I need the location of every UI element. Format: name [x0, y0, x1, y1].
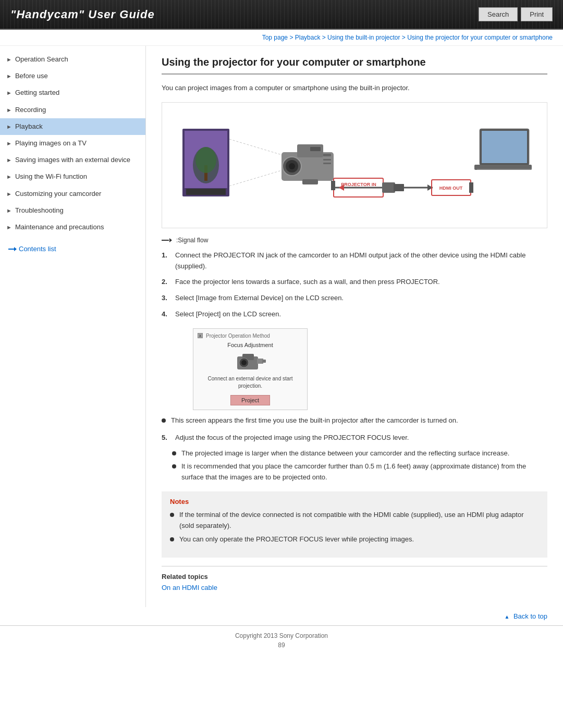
steps-list: 1. Connect the PROJECTOR IN jack of the … — [162, 250, 547, 320]
sidebar-label-recording: Recording — [15, 105, 137, 115]
sidebar-label-troubleshooting: Troubleshooting — [15, 206, 137, 215]
sidebar-arrow-icon: ► — [6, 207, 12, 215]
diagram-container: PROJECTOR IN HDMI OUT — [162, 102, 547, 228]
signal-flow-label: :Signal flow — [176, 237, 208, 244]
step-2: 2. Face the projector lens towards a sur… — [162, 277, 547, 288]
step-5: 5. Adjust the focus of the projected ima… — [162, 433, 547, 443]
sidebar-label-customizing: Customizing your camcorder — [15, 189, 137, 199]
sidebar-item-customizing[interactable]: ► Customizing your camcorder — [0, 186, 145, 202]
sidebar-arrow-icon: ► — [6, 156, 12, 164]
related-topics-title: Related topics — [162, 573, 547, 581]
step-3: 3. Select [Image from External Device] o… — [162, 293, 547, 304]
print-button[interactable]: Print — [521, 7, 553, 21]
sidebar-label-getting-started: Getting started — [15, 88, 137, 97]
step-1-text: Connect the PROJECTOR IN jack of the cam… — [175, 250, 547, 272]
bullet-icon — [162, 418, 166, 423]
sidebar-item-wifi[interactable]: ► Using the Wi-Fi function — [0, 168, 145, 185]
sidebar-arrow-icon: ► — [6, 106, 12, 114]
step-4-number: 4. — [162, 309, 172, 320]
notes-title: Notes — [170, 498, 539, 505]
bullet-icon — [172, 464, 176, 468]
sidebar-label-playing-images: Playing images on a TV — [15, 139, 137, 148]
screenshot-box: x Projector Operation Method Focus Adjus… — [193, 328, 308, 410]
page-title: Using the projector for your computer or… — [162, 56, 547, 75]
svg-line-6 — [229, 139, 282, 155]
breadcrumb-playback[interactable]: Playback — [295, 34, 321, 41]
sidebar-item-maintenance[interactable]: ► Maintenance and precautions — [0, 219, 145, 236]
svg-rect-41 — [262, 360, 266, 363]
bullet-icon — [170, 513, 174, 517]
step4-note-item: This screen appears the first time you u… — [162, 415, 547, 426]
step-4: 4. Select [Project] on the LCD screen. — [162, 309, 547, 320]
sidebar-label-operation-search: Operation Search — [15, 55, 137, 64]
breadcrumb-top[interactable]: Top page — [262, 34, 288, 41]
screenshot-description: Connect an external device and start pro… — [198, 375, 303, 390]
sidebar-label-saving-images: Saving images with an external device — [15, 155, 137, 165]
step4-note-list: This screen appears the first time you u… — [162, 415, 547, 426]
signal-flow: :Signal flow — [162, 237, 547, 244]
back-to-top-link[interactable]: ▲ Back to top — [504, 612, 547, 620]
step-3-number: 3. — [162, 293, 172, 304]
contents-list-link[interactable]: Contents list — [0, 240, 145, 258]
svg-rect-15 — [323, 154, 331, 156]
screenshot-focus-label: Focus Adjustment — [198, 342, 303, 348]
sidebar-label-playback: Playback — [15, 122, 137, 131]
diagram-svg: PROJECTOR IN HDMI OUT — [177, 113, 532, 217]
sidebar-item-playback[interactable]: ► Playback — [0, 118, 145, 135]
notes-list: If the terminal of the device connected … — [170, 510, 539, 545]
svg-rect-17 — [323, 163, 331, 164]
svg-rect-31 — [482, 131, 527, 163]
sidebar-item-operation-search[interactable]: ► Operation Search — [0, 51, 145, 68]
sidebar-item-saving-images[interactable]: ► Saving images with an external device — [0, 152, 145, 168]
sidebar-item-playing-images[interactable]: ► Playing images on a TV — [0, 135, 145, 152]
step-5-number: 5. — [162, 433, 172, 443]
svg-point-39 — [241, 360, 247, 365]
sidebar-label-wifi: Using the Wi-Fi function — [15, 172, 137, 181]
sidebar-arrow-icon: ► — [6, 56, 12, 64]
sidebar: ► Operation Search ► Before use ► Gettin… — [0, 46, 146, 607]
sidebar-arrow-icon: ► — [6, 89, 12, 97]
notes-item-1: If the terminal of the device connected … — [170, 510, 539, 532]
breadcrumb-current[interactable]: Using the projector for your computer or… — [407, 34, 553, 41]
app-title: "Handycam" User Guide — [10, 8, 155, 21]
sidebar-arrow-icon: ► — [6, 72, 12, 80]
step-1-number: 1. — [162, 250, 172, 261]
sidebar-arrow-icon: ► — [6, 224, 12, 231]
sidebar-item-troubleshooting[interactable]: ► Troubleshooting — [0, 202, 145, 219]
footer-copyright: Copyright 2013 Sony Corporation — [6, 632, 557, 639]
breadcrumb: Top page > Playback > Using the built-in… — [0, 30, 563, 46]
screenshot-titlebar: x Projector Operation Method — [198, 333, 303, 339]
step5-bullet-2: It is recommended that you place the cam… — [172, 461, 547, 483]
screenshot-project-button: Project — [230, 395, 270, 405]
step-2-text: Face the projector lens towards a surfac… — [175, 277, 440, 288]
svg-text:HDMI OUT: HDMI OUT — [439, 186, 463, 191]
step-1: 1. Connect the PROJECTOR IN jack of the … — [162, 250, 547, 272]
close-icon: x — [198, 333, 203, 338]
svg-text:PROJECTOR IN: PROJECTOR IN — [341, 182, 376, 187]
svg-rect-23 — [382, 182, 395, 193]
notes-item-2-text: You can only operate the PROJECTOR FOCUS… — [179, 534, 414, 545]
sidebar-arrow-icon: ► — [6, 190, 12, 198]
related-topics: Related topics On an HDMI cable — [162, 566, 547, 591]
header-buttons: Search Print — [479, 7, 553, 21]
back-to-top: ▲ Back to top — [0, 607, 563, 625]
back-to-top-label: Back to top — [513, 612, 547, 620]
notes-item-2: You can only operate the PROJECTOR FOCUS… — [170, 534, 539, 545]
svg-rect-20 — [331, 181, 335, 190]
notes-item-1-text: If the terminal of the device connected … — [179, 510, 539, 532]
sidebar-item-getting-started[interactable]: ► Getting started — [0, 84, 145, 101]
sidebar-label-before-use: Before use — [15, 71, 137, 81]
contents-list-label: Contents list — [19, 245, 56, 253]
sidebar-item-before-use[interactable]: ► Before use — [0, 68, 145, 84]
step5-bullet-1: The projected image is larger when the d… — [172, 448, 547, 459]
svg-line-7 — [229, 170, 282, 186]
step-3-text: Select [Image from External Device] on t… — [175, 293, 344, 304]
search-button[interactable]: Search — [479, 7, 518, 21]
breadcrumb-projector[interactable]: Using the built-in projector — [327, 34, 400, 41]
svg-rect-5 — [186, 189, 226, 195]
camera-thumbnail-icon — [235, 351, 266, 372]
sidebar-item-recording[interactable]: ► Recording — [0, 102, 145, 118]
step4-note-text: This screen appears the first time you u… — [171, 415, 458, 426]
related-link-hdmi[interactable]: On an HDMI cable — [162, 584, 217, 591]
sidebar-arrow-icon: ► — [6, 123, 12, 131]
